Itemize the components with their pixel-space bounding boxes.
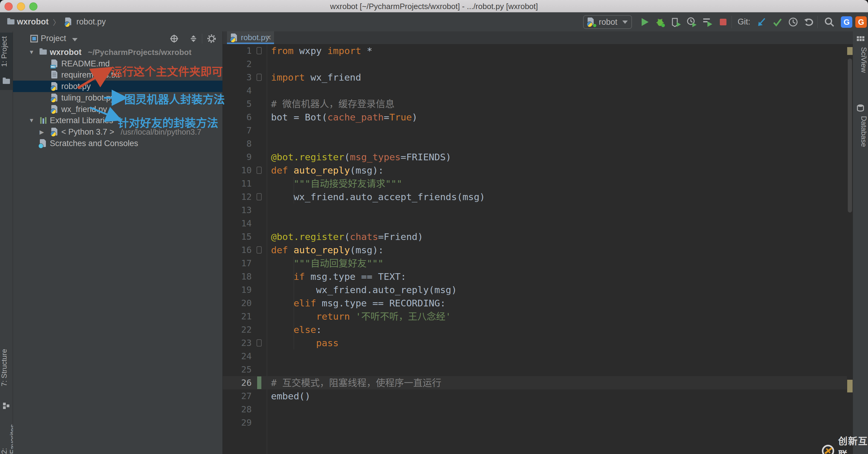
stripe-label-sciview[interactable]: SciView [853, 47, 868, 73]
gear-icon[interactable] [207, 34, 216, 43]
code-line[interactable]: bot = Bot(cache_path=True) [271, 111, 417, 124]
translate-plugin-icon[interactable]: G [841, 16, 852, 28]
code-line[interactable]: return '不听不听，王八念经' [271, 310, 451, 323]
sciview-icon[interactable] [853, 36, 868, 44]
project-panel-title[interactable]: Project [41, 34, 66, 43]
code-token: import [328, 45, 361, 56]
code-token [288, 165, 294, 176]
tree-item-label: wx_friend.py [61, 105, 107, 114]
scrollbar-thumb[interactable] [848, 59, 852, 213]
code-token: =Friend) [378, 231, 423, 242]
tree-item-scratches-and-consoles[interactable]: Scratches and Consoles [13, 138, 222, 149]
tab-robot-py[interactable]: robot.py ✕ [227, 31, 274, 44]
libs-icon [39, 116, 48, 125]
code-line[interactable]: @bot.register(msg_types=FRIENDS) [271, 150, 451, 163]
fold-marker-icon[interactable] [256, 167, 262, 174]
code-token: = [383, 112, 389, 123]
line-number: 20 [223, 296, 252, 310]
stripe-label-favorites[interactable]: 2: Favorites [0, 417, 13, 454]
code-token: else [294, 324, 316, 335]
stripe-label-structure[interactable]: 7: Structure [0, 349, 13, 386]
chevron-down-icon[interactable] [72, 38, 78, 41]
tree-expand-icon[interactable]: ▶ [39, 129, 44, 135]
run-button[interactable] [639, 17, 650, 28]
line-number: 11 [223, 177, 252, 190]
fold-marker-icon[interactable] [256, 246, 262, 253]
database-icon[interactable] [853, 104, 868, 112]
error-stripe-mark[interactable] [847, 47, 852, 55]
locate-file-icon[interactable] [170, 34, 178, 43]
structure-icon[interactable] [0, 402, 13, 410]
profiler-button[interactable] [686, 17, 697, 28]
line-number: 24 [223, 350, 252, 363]
header-separator [202, 34, 202, 43]
run-with-coverage-button[interactable] [671, 17, 681, 28]
code-token [288, 244, 294, 255]
code-line[interactable]: if msg.type == TEXT: [271, 270, 406, 283]
line-number: 27 [223, 389, 252, 403]
code-token: import [271, 72, 305, 83]
annotation-friend-note: 针对好友的封装方法 [118, 114, 218, 130]
breadcrumb-file[interactable]: robot.py [76, 17, 106, 27]
stripe-label-database[interactable]: Database [853, 116, 868, 147]
code-line[interactable]: wx_friend.auto_reply(msg) [271, 283, 457, 296]
git-commit-button[interactable] [772, 17, 783, 28]
run-configuration-select[interactable]: robot [583, 15, 632, 29]
project-panel-header: Project [13, 31, 222, 45]
error-stripe-mark[interactable] [847, 380, 852, 392]
debug-button[interactable] [655, 17, 666, 28]
code-token [271, 324, 294, 335]
translate-plugin-alt-icon[interactable]: G [855, 16, 867, 28]
run-anything-button[interactable] [702, 17, 713, 28]
code-line[interactable]: elif msg.type == RECORDING: [271, 296, 446, 310]
code-line[interactable]: def auto_reply(msg): [271, 163, 383, 177]
stop-button[interactable] [718, 17, 728, 28]
watermark: 创新互联 CHUANG XIN HU LIAN [822, 433, 868, 454]
fold-marker-icon[interactable] [256, 339, 262, 346]
code-token: # 微信机器人，缓存登录信息 [271, 98, 395, 109]
tree-expand-icon[interactable]: ▼ [29, 117, 34, 124]
window-title: wxrobot [~/PycharmProjects/wxrobot] - ..… [0, 2, 868, 11]
code-line[interactable]: else: [271, 323, 322, 336]
breadcrumb-project[interactable]: wxrobot [17, 17, 49, 27]
collapse-all-icon[interactable] [189, 34, 198, 43]
rollback-button[interactable] [803, 17, 814, 28]
line-number: 28 [223, 403, 252, 416]
code-token [271, 271, 294, 282]
code-token: auto_reply [294, 244, 350, 255]
code-line[interactable]: import wx_friend [271, 71, 361, 84]
code-token: ) [412, 112, 418, 123]
line-number: 23 [223, 336, 252, 350]
fold-marker-icon[interactable] [256, 74, 262, 81]
code-token: chats [350, 231, 378, 242]
code-line[interactable]: # 互交模式，阻塞线程，使程序一直运行 [271, 376, 441, 389]
code-line[interactable]: """自动接受好友请求""" [271, 177, 402, 190]
tree-item-wxrobot[interactable]: ▼wxrobot ~/PycharmProjects/wxrobot [13, 47, 222, 58]
code-line[interactable]: wx_friend.auto_accept_friends(msg) [271, 190, 485, 204]
folder-icon [0, 77, 13, 85]
git-update-button[interactable] [756, 17, 767, 28]
tree-expand-icon[interactable]: ▼ [29, 49, 34, 56]
project-stripe-button[interactable]: 1: Project [0, 33, 13, 90]
project-view-icon [30, 34, 38, 43]
code-line[interactable]: from wxpy import * [271, 44, 372, 57]
code-line[interactable]: """自动回复好友""" [271, 256, 383, 270]
editor-scrollbar[interactable] [847, 44, 853, 454]
code-editor[interactable]: 1234567891011121314151617181920212223242… [223, 44, 847, 454]
code-line[interactable]: # 微信机器人，缓存登录信息 [271, 97, 395, 111]
fold-marker-icon[interactable] [256, 193, 262, 201]
annotation-tuling-note: 图灵机器人封装方法 [124, 91, 225, 107]
line-number: 15 [223, 230, 252, 243]
search-everywhere-button[interactable] [824, 17, 835, 28]
line-number: 4 [223, 84, 252, 97]
code-token: @bot.register [271, 152, 344, 162]
fold-marker-icon[interactable] [256, 47, 262, 54]
line-number: 12 [223, 190, 252, 204]
code-token: wxpy [294, 45, 328, 56]
code-line[interactable]: pass [271, 336, 339, 350]
code-line[interactable]: def auto_reply(msg): [271, 243, 383, 256]
history-button[interactable] [788, 17, 799, 28]
close-tab-icon[interactable]: ✕ [266, 33, 272, 42]
code-line[interactable]: @bot.register(chats=Friend) [271, 230, 423, 243]
code-line[interactable]: embed() [271, 389, 311, 403]
